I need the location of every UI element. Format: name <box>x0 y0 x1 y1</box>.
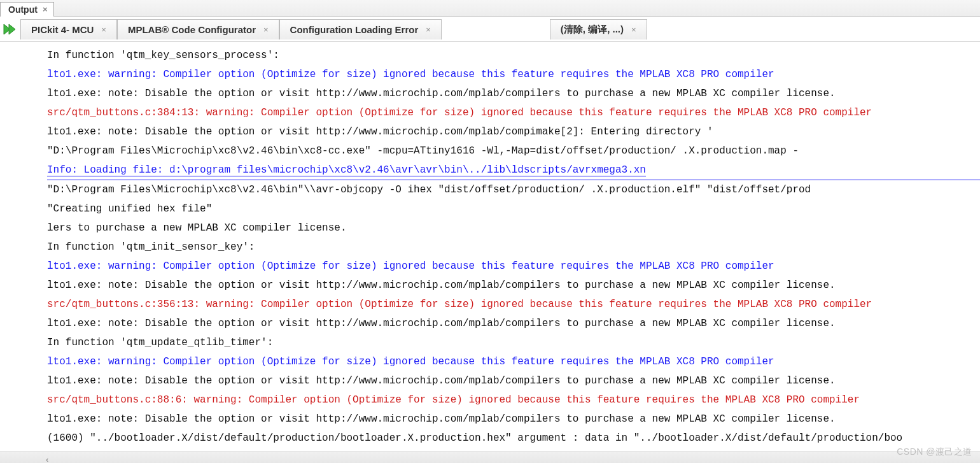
console-line: lto1.exe: note: Disable the option or vi… <box>47 410 980 429</box>
svg-marker-1 <box>9 24 15 34</box>
panel-tab-bar: Output × <box>0 0 980 17</box>
console-line: "D:\Program Files\Microchip\xc8\v2.46\bi… <box>47 141 980 160</box>
output-console[interactable]: In function 'qtm_key_sensors_process':lt… <box>0 42 980 452</box>
toolbar-row: PICkit 4- MCU × MPLAB® Code Configurator… <box>0 17 980 42</box>
console-line: lto1.exe: note: Disable the option or vi… <box>47 276 980 295</box>
console-line: lto1.exe: note: Disable the option or vi… <box>47 122 980 141</box>
close-icon[interactable]: × <box>43 5 48 13</box>
panel-tab-output[interactable]: Output × <box>0 2 54 17</box>
console-line: lers to purchase a new MPLAB XC compiler… <box>47 218 980 238</box>
tab-configuration-loading-error[interactable]: Configuration Loading Error × <box>279 19 442 39</box>
tab-pickit[interactable]: PICkit 4- MCU × <box>20 19 117 39</box>
close-icon[interactable]: × <box>426 25 431 34</box>
run-icon[interactable] <box>3 22 17 36</box>
console-line: In function 'qtm_update_qtlib_timer': <box>47 333 980 352</box>
close-icon[interactable]: × <box>101 25 106 34</box>
scroll-left-icon[interactable]: ‹ <box>46 455 48 463</box>
panel-tab-label: Output <box>8 4 38 15</box>
console-line: "Creating unified hex file" <box>47 199 980 218</box>
console-line: In function 'qtm_init_sensor_key': <box>47 238 980 257</box>
console-line: (1600) "../bootloader.X/dist/default/pro… <box>47 429 980 448</box>
close-icon[interactable]: × <box>263 25 269 34</box>
status-bar: ‹ <box>0 452 980 463</box>
tab-mplab-code-configurator[interactable]: MPLAB® Code Configurator × <box>117 19 279 39</box>
tab-label: (清除, 编译, ...) <box>561 24 624 36</box>
console-line: src/qtm_buttons.c:356:13: warning: Compi… <box>47 295 980 314</box>
console-line: Info: Loading file: d:\program files\mic… <box>47 160 980 180</box>
console-line: src/qtm_buttons.c:88:6: warning: Compile… <box>47 390 980 410</box>
console-line: src/qtm_buttons.c:384:13: warning: Compi… <box>47 103 980 122</box>
console-line: lto1.exe: note: Disable the option or vi… <box>47 314 980 333</box>
console-line: lto1.exe: warning: Compiler option (Opti… <box>47 65 980 84</box>
close-icon[interactable]: × <box>631 25 636 34</box>
console-line: lto1.exe: warning: Compiler option (Opti… <box>47 257 980 276</box>
console-line: "D:\Program Files\Microchip\xc8\v2.46\bi… <box>47 180 980 199</box>
output-tab-strip: PICkit 4- MCU × MPLAB® Code Configurator… <box>20 19 647 39</box>
console-line: lto1.exe: note: Disable the option or vi… <box>47 84 980 103</box>
tab-label: PICkit 4- MCU <box>31 24 94 35</box>
tab-clean-build[interactable]: (清除, 编译, ...) × <box>550 19 647 39</box>
console-line: lto1.exe: warning: Compiler option (Opti… <box>47 352 980 371</box>
tab-label: MPLAB® Code Configurator <box>128 24 256 35</box>
console-line: lto1.exe: note: Disable the option or vi… <box>47 371 980 390</box>
console-line: In function 'qtm_key_sensors_process': <box>47 46 980 65</box>
tab-label: Configuration Loading Error <box>290 24 419 35</box>
